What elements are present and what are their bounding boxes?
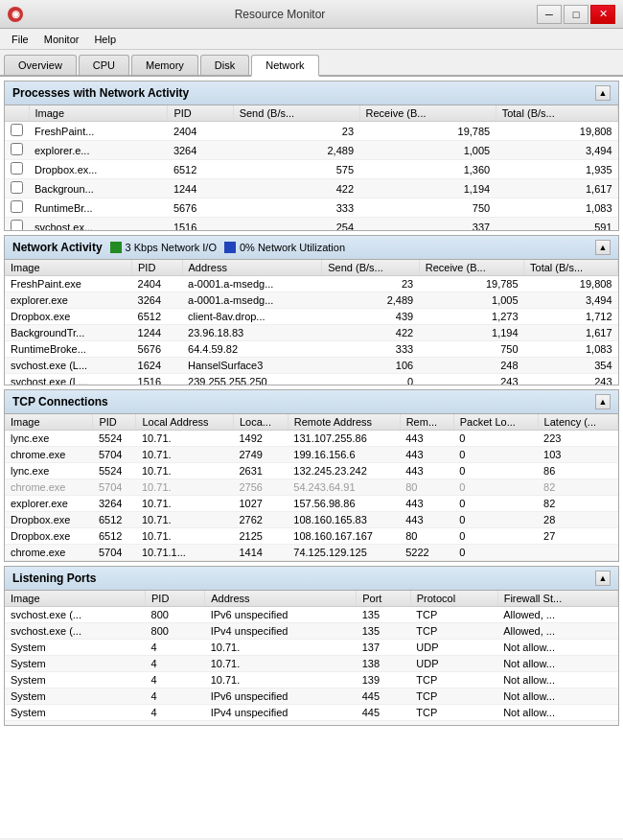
col-na-image[interactable]: Image (5, 260, 132, 276)
col-na-pid[interactable]: PID (132, 260, 183, 276)
row-image: RuntimeBr... (29, 198, 168, 218)
row-checkbox[interactable] (5, 160, 29, 179)
table-row[interactable]: FreshPaint... 2404 23 19,785 19,808 (5, 122, 618, 141)
row-pid: 6512 (168, 160, 233, 179)
tcp-collapse-btn[interactable]: ▲ (595, 394, 611, 409)
row-checkbox[interactable] (5, 179, 29, 198)
table-row[interactable]: explorer.exe 3264 10.71. 1027 157.56.98.… (5, 496, 618, 512)
table-row[interactable]: explorer.exe 3264 a-0001.a-msedg... 2,48… (5, 292, 618, 309)
table-row[interactable]: RuntimeBroke... 5676 64.4.59.82 333 750 … (5, 341, 618, 358)
col-tcp-packetloss[interactable]: Packet Lo... (453, 414, 538, 431)
tab-overview[interactable]: Overview (4, 55, 77, 75)
table-row[interactable]: System 4 10.71. 137 UDP Not allow... (5, 640, 618, 656)
maximize-button[interactable]: □ (564, 5, 588, 24)
row-latency: 82 (538, 496, 617, 512)
col-na-address[interactable]: Address (182, 260, 322, 276)
col-tcp-image[interactable]: Image (5, 414, 93, 431)
tab-memory[interactable]: Memory (131, 55, 198, 75)
row-receive: 19,785 (419, 276, 523, 292)
table-row[interactable]: System 4 IPv4 unspecified 445 TCP Not al… (5, 705, 618, 721)
col-lp-pid[interactable]: PID (146, 591, 205, 607)
col-tcp-localport[interactable]: Loca... (233, 414, 288, 431)
listening-table-scroll[interactable]: Image PID Address Port Protocol Firewall… (5, 591, 618, 725)
col-tcp-remoteport[interactable]: Rem... (400, 414, 453, 431)
table-row[interactable]: RuntimeBr... 5676 333 750 1,083 (5, 198, 618, 218)
col-na-receive[interactable]: Receive (B... (419, 260, 523, 276)
table-row[interactable]: lync.exe 5524 10.71. 2631 132.245.23.242… (5, 463, 618, 479)
row-checkbox[interactable] (5, 122, 29, 141)
table-row[interactable]: Dropbox.exe 6512 10.71. 2762 108.160.165… (5, 512, 618, 528)
col-pid[interactable]: PID (168, 105, 233, 122)
table-row[interactable]: chrome.exe 5704 10.71. 2756 54.243.64.91… (5, 479, 618, 496)
close-button[interactable]: ✕ (590, 5, 615, 24)
table-row[interactable]: svchost.exe (L... 1624 HanselSurface3 10… (5, 358, 618, 374)
row-port: 554 (357, 721, 411, 726)
listening-header[interactable]: Listening Ports ▲ (5, 567, 618, 591)
table-row[interactable]: chrome.exe 5704 10.71. 2749 199.16.156.6… (5, 447, 618, 463)
network-activity-header[interactable]: Network Activity 3 Kbps Network I/O 0% N… (5, 236, 618, 260)
table-row[interactable]: wmpnetwk.exe 6944 IPv6 unspecified 554 T… (5, 721, 618, 726)
row-pid: 6944 (146, 721, 205, 726)
table-row[interactable]: Dropbox.exe 6512 client-8av.drop... 439 … (5, 309, 618, 325)
col-tcp-latency[interactable]: Latency (... (538, 414, 617, 431)
col-image[interactable]: Image (29, 105, 168, 122)
col-na-send[interactable]: Send (B/s... (322, 260, 419, 276)
col-lp-port[interactable]: Port (357, 591, 411, 607)
processes-header[interactable]: Processes with Network Activity ▲ (5, 82, 618, 105)
table-row[interactable]: chrome.exe 5704 10.71.1... 1414 74.125.1… (5, 545, 618, 561)
col-lp-protocol[interactable]: Protocol (410, 591, 497, 607)
col-receive[interactable]: Receive (B... (359, 105, 496, 122)
table-row[interactable]: svchost.exe (L... 1516 239.255.255.250 0… (5, 374, 618, 385)
row-packetloss: 0 (453, 479, 538, 496)
table-row[interactable]: svchost.ex... 1516 254 337 591 (5, 218, 618, 231)
col-lp-image[interactable]: Image (5, 591, 146, 607)
col-tcp-local[interactable]: Local Address (136, 414, 233, 431)
table-row[interactable]: System 4 IPv6 unspecified 445 TCP Not al… (5, 688, 618, 705)
table-row[interactable]: Backgroun... 1244 422 1,194 1,617 (5, 179, 618, 198)
col-tcp-pid[interactable]: PID (93, 414, 136, 431)
row-image: chrome.exe (5, 545, 93, 561)
row-latency: 27 (538, 528, 617, 545)
tab-network[interactable]: Network (251, 55, 318, 77)
table-row[interactable]: svchost.exe (... 800 IPv4 unspecified 13… (5, 623, 618, 640)
table-row[interactable]: explorer.e... 3264 2,489 1,005 3,494 (5, 141, 618, 160)
table-row[interactable]: Dropbox.exe 6512 10.71. 2125 108.160.167… (5, 528, 618, 545)
col-lp-address[interactable]: Address (205, 591, 357, 607)
row-checkbox[interactable] (5, 198, 29, 218)
col-na-total[interactable]: Total (B/s... (524, 260, 618, 276)
tcp-table-scroll[interactable]: Image PID Local Address Loca... Remote A… (5, 414, 618, 561)
row-checkbox[interactable] (5, 141, 29, 160)
table-row[interactable]: System 4 10.71. 138 UDP Not allow... (5, 656, 618, 672)
table-row[interactable]: Dropbox.ex... 6512 575 1,360 1,935 (5, 160, 618, 179)
row-address: 10.71. (205, 640, 357, 656)
row-pid: 5524 (93, 463, 136, 479)
row-pid: 5704 (93, 479, 136, 496)
tab-cpu[interactable]: CPU (79, 55, 129, 75)
table-row[interactable]: svchost.exe (... 800 IPv6 unspecified 13… (5, 607, 618, 623)
row-pid: 5704 (93, 447, 136, 463)
table-row[interactable]: System 4 10.71. 139 TCP Not allow... (5, 672, 618, 688)
processes-collapse-btn[interactable]: ▲ (595, 85, 611, 101)
col-send[interactable]: Send (B/s... (233, 105, 359, 122)
row-receive: 243 (419, 374, 523, 385)
row-pid: 1244 (132, 325, 183, 341)
network-activity-collapse-btn[interactable]: ▲ (595, 240, 611, 255)
table-row[interactable]: BackgroundTr... 1244 23.96.18.83 422 1,1… (5, 325, 618, 341)
col-total[interactable]: Total (B/s... (496, 105, 617, 122)
row-checkbox[interactable] (5, 218, 29, 231)
tcp-header[interactable]: TCP Connections ▲ (5, 390, 618, 414)
tab-disk[interactable]: Disk (200, 55, 249, 75)
col-tcp-remote[interactable]: Remote Address (288, 414, 400, 431)
processes-table-scroll[interactable]: Image PID Send (B/s... Receive (B... Tot… (5, 105, 618, 230)
network-activity-table-scroll[interactable]: Image PID Address Send (B/s... Receive (… (5, 260, 618, 385)
listening-collapse-btn[interactable]: ▲ (595, 571, 611, 586)
menu-file[interactable]: File (4, 32, 36, 47)
col-lp-firewall[interactable]: Firewall St... (497, 591, 617, 607)
row-port: 137 (357, 640, 411, 656)
table-row[interactable]: lync.exe 5524 10.71. 1492 131.107.255.86… (5, 431, 618, 447)
minimize-button[interactable]: ─ (537, 5, 562, 24)
menu-monitor[interactable]: Monitor (36, 32, 87, 47)
row-address: a-0001.a-msedg... (182, 292, 322, 309)
table-row[interactable]: FreshPaint.exe 2404 a-0001.a-msedg... 23… (5, 276, 618, 292)
menu-help[interactable]: Help (86, 32, 124, 47)
